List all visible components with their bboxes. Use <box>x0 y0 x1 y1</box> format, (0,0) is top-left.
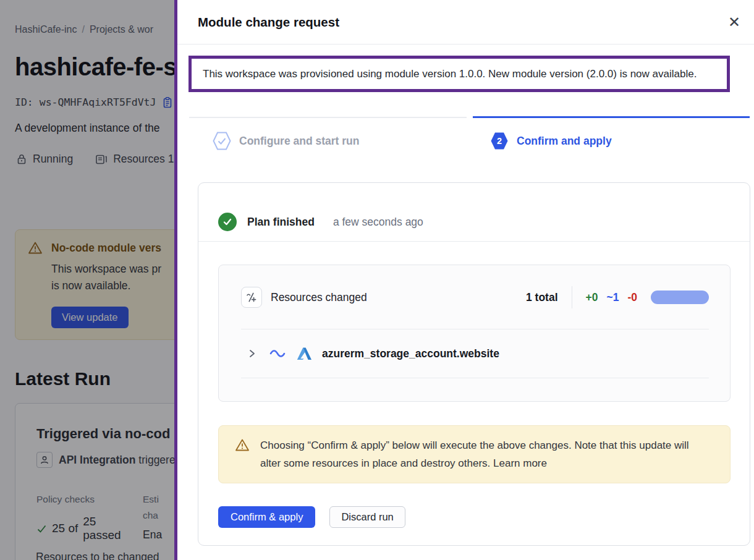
resources-added-count: +0 <box>586 291 598 304</box>
resources-changed-label: Resources changed <box>271 291 367 304</box>
resources-changed-card: Resources changed 1 total +0 ~1 -0 <box>218 265 731 402</box>
plan-status-row: Plan finished a few seconds ago <box>198 183 750 241</box>
divider <box>572 286 572 308</box>
resources-changed-header: Resources changed 1 total +0 ~1 -0 <box>241 286 709 308</box>
step2-number-icon: 2 <box>490 132 509 150</box>
resource-name: azurerm_storage_account.website <box>322 347 499 360</box>
annotation-vertical-line <box>174 0 177 560</box>
azure-icon <box>297 347 312 360</box>
step-configure-and-start-run[interactable]: Configure and start run <box>213 132 359 150</box>
chevron-right-icon[interactable] <box>248 348 256 359</box>
resources-total: 1 total <box>526 291 558 304</box>
module-change-request-modal: Module change request ✕ This workspace w… <box>177 0 754 560</box>
step-confirm-and-apply[interactable]: 2 Confirm and apply <box>490 132 612 150</box>
modal-scrim[interactable] <box>0 0 175 560</box>
modal-actions: Confirm & apply Discard run <box>218 506 750 528</box>
confirm-apply-button[interactable]: Confirm & apply <box>218 506 315 528</box>
learn-more-link[interactable]: Learn more <box>493 457 547 469</box>
warning-text: Choosing “Confirm & apply” below will ex… <box>260 439 689 469</box>
plan-status-text: Plan finished <box>247 216 315 229</box>
step2-label: Confirm and apply <box>517 135 612 148</box>
resources-changed-count: ~1 <box>606 291 619 304</box>
module-version-banner: This workspace was provisioned using mod… <box>188 56 730 92</box>
step1-label: Configure and start run <box>239 135 359 148</box>
plan-timestamp: a few seconds ago <box>333 216 423 229</box>
resource-row[interactable]: azurerm_storage_account.website <box>241 329 709 378</box>
change-progress-pill <box>651 291 709 304</box>
screen: HashiCafe-inc/Projects & wor hashicafe-f… <box>0 0 754 560</box>
plan-card: Plan finished a few seconds ago Resource… <box>198 182 750 546</box>
warning-triangle-icon <box>235 438 250 472</box>
plan-success-icon <box>218 213 237 231</box>
step1-complete-icon <box>213 132 231 150</box>
modal-title: Module change request <box>198 15 339 30</box>
divider <box>241 378 709 378</box>
modal-header: Module change request ✕ <box>177 0 754 45</box>
step2-progress-line <box>473 116 750 118</box>
update-tilde-icon <box>269 349 286 358</box>
discard-run-button[interactable]: Discard run <box>329 506 405 528</box>
diff-icon <box>241 287 262 308</box>
close-icon[interactable]: ✕ <box>723 11 745 33</box>
resources-destroyed-count: -0 <box>627 291 637 304</box>
confirm-warning-box: Choosing “Confirm & apply” below will ex… <box>218 425 731 483</box>
divider <box>198 241 750 242</box>
step1-progress-line <box>189 117 467 118</box>
